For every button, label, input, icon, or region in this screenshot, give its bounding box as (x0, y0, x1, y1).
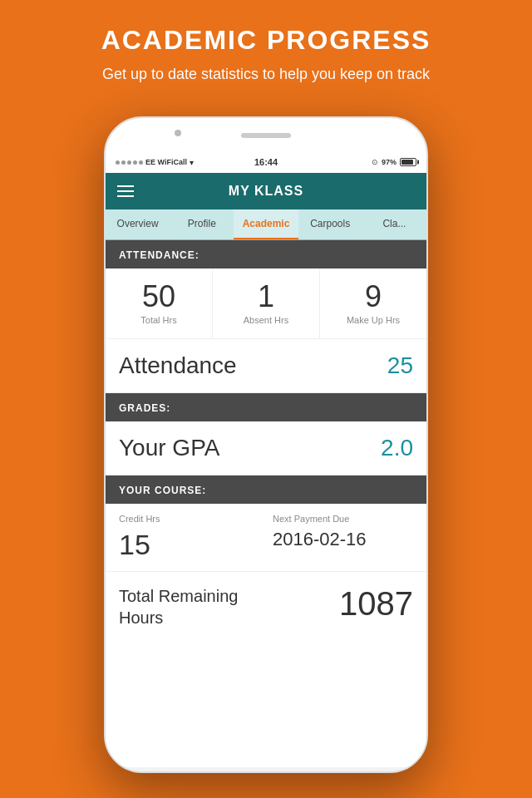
attendance-stats-row: 50 Total Hrs 1 Absent Hrs 9 Make Up Hrs (106, 268, 426, 339)
signal-dot-3 (127, 160, 131, 165)
hamburger-line-1 (117, 185, 134, 187)
hamburger-button[interactable] (117, 185, 134, 197)
page-header: ACADEMIC PROGRESS Get up to date statist… (0, 0, 532, 101)
course-header-text: YOUR COURSE: (119, 485, 206, 496)
total-hrs-label: Total Hrs (112, 315, 205, 325)
attendance-section-header: ATTENDANCE: (106, 240, 426, 268)
signal-dot-2 (121, 160, 126, 165)
makeup-hrs-value: 9 (327, 282, 420, 312)
battery-icon (400, 158, 416, 166)
hamburger-line-3 (117, 195, 134, 197)
total-remaining-row: Total RemainingHours 1087 (106, 572, 426, 642)
carrier-label: EE WiFiCall (145, 158, 187, 166)
attendance-metric-value: 25 (387, 352, 413, 379)
rotation-lock-icon: ⊙ (372, 158, 378, 166)
absent-hrs-cell: 1 Absent Hrs (213, 268, 320, 338)
phone-screen: EE WiFiCall ▾ 16:44 ⊙ 97% (106, 151, 426, 771)
wifi-icon: ▾ (190, 158, 194, 167)
page-title: ACADEMIC PROGRESS (50, 25, 482, 56)
payment-due-col-label: Next Payment Due (273, 514, 413, 524)
phone-frame: EE WiFiCall ▾ 16:44 ⊙ 97% (104, 116, 428, 773)
total-hrs-cell: 50 Total Hrs (106, 268, 213, 338)
credit-hrs-col-value: 15 (119, 529, 259, 561)
total-remaining-value: 1087 (339, 585, 413, 623)
phone-btn-power (426, 251, 428, 309)
app-title: MY KLASS (229, 184, 303, 199)
signal-dot-5 (139, 160, 143, 165)
tab-academic[interactable]: Academic (234, 209, 298, 239)
credit-hrs-col: Credit Hrs 15 (119, 514, 259, 561)
page-subtitle: Get up to date statistics to help you ke… (50, 64, 482, 85)
total-remaining-label: Total RemainingHours (119, 585, 238, 628)
attendance-metric-label: Attendance (119, 352, 237, 379)
payment-due-col: Next Payment Due 2016-02-16 (273, 514, 413, 561)
status-right: ⊙ 97% (372, 158, 416, 166)
status-time: 16:44 (254, 157, 278, 167)
absent-hrs-value: 1 (219, 282, 313, 312)
content-area: ATTENDANCE: 50 Total Hrs 1 Absent Hrs 9 … (106, 240, 426, 767)
makeup-hrs-label: Make Up Hrs (327, 315, 420, 325)
course-section-header: YOUR COURSE: (106, 475, 426, 504)
signal-dot-1 (116, 160, 120, 165)
attendance-header-text: ATTENDANCE: (119, 249, 200, 261)
attendance-metric-row: Attendance 25 (106, 339, 426, 393)
tab-classes[interactable]: Cla... (362, 209, 426, 239)
tabs-container: Overview Profile Academic Carpools Cla..… (106, 209, 426, 240)
app-header: MY KLASS (106, 173, 426, 209)
status-left: EE WiFiCall ▾ (116, 158, 194, 167)
gpa-value: 2.0 (381, 435, 413, 461)
grades-header-text: GRADES: (119, 402, 170, 414)
makeup-hrs-cell: 9 Make Up Hrs (320, 268, 426, 338)
hamburger-line-2 (117, 190, 134, 192)
tab-profile[interactable]: Profile (170, 209, 234, 239)
signal-dot-4 (133, 160, 137, 165)
phone-camera (175, 130, 181, 136)
signal-dots (116, 160, 143, 165)
absent-hrs-label: Absent Hrs (219, 315, 313, 325)
battery-percent: 97% (382, 158, 397, 166)
tab-carpools[interactable]: Carpools (298, 209, 362, 239)
tab-overview[interactable]: Overview (106, 209, 170, 239)
status-bar: EE WiFiCall ▾ 16:44 ⊙ 97% (106, 151, 426, 173)
gpa-label: Your GPA (119, 435, 219, 461)
grades-section-header: GRADES: (106, 393, 426, 421)
gpa-row: Your GPA 2.0 (106, 421, 426, 475)
credit-hrs-col-label: Credit Hrs (119, 514, 259, 524)
course-details-row: Credit Hrs 15 Next Payment Due 2016-02-1… (106, 504, 426, 572)
battery-fill (401, 160, 413, 165)
payment-due-col-value: 2016-02-16 (273, 529, 413, 550)
total-hrs-value: 50 (112, 282, 205, 312)
